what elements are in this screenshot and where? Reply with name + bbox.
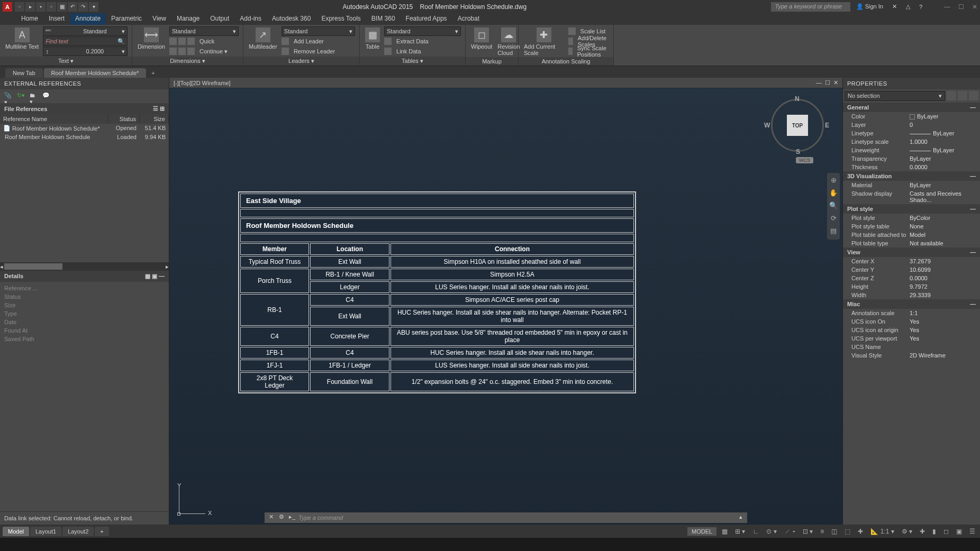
property-row[interactable]: Center Z0.0000 bbox=[843, 274, 980, 282]
canvas-close-icon[interactable]: ✕ bbox=[833, 79, 838, 86]
file-reference-row[interactable]: Roof Member Holdown ScheduleLoaded9.94 K… bbox=[0, 133, 169, 141]
property-row[interactable]: Width29.3339 bbox=[843, 291, 980, 299]
menu-add-ins[interactable]: Add-ins bbox=[234, 13, 267, 25]
refresh-icon[interactable]: ↻▾ bbox=[17, 92, 25, 100]
menu-parametric[interactable]: Parametric bbox=[106, 13, 147, 25]
osnap-icon[interactable]: ⊡ ▾ bbox=[801, 527, 815, 536]
attach-icon[interactable]: 📎▾ bbox=[4, 92, 13, 100]
property-row[interactable]: UCS icon OnYes bbox=[843, 317, 980, 326]
search-input[interactable]: Type a keyword or phrase bbox=[771, 2, 850, 12]
fullnav-icon[interactable]: ⊕ bbox=[829, 176, 838, 186]
menu-express-tools[interactable]: Express Tools bbox=[316, 13, 366, 25]
property-row[interactable]: Thickness0.0000 bbox=[843, 163, 980, 171]
menu-annotate[interactable]: Annotate bbox=[70, 13, 106, 25]
quick-select-icon[interactable] bbox=[969, 91, 978, 100]
showmotion-icon[interactable]: ▤ bbox=[829, 227, 838, 236]
dim-style-dropdown[interactable]: Standard▾ bbox=[169, 26, 239, 36]
viewcube-south[interactable]: S bbox=[796, 148, 800, 155]
prop-section-header[interactable]: General— bbox=[843, 103, 980, 112]
link-data-button[interactable]: Link Data bbox=[384, 47, 461, 56]
property-row[interactable]: ColorByLayer bbox=[843, 112, 980, 121]
menu-insert[interactable]: Insert bbox=[43, 13, 70, 25]
menu-bim-360[interactable]: BIM 360 bbox=[366, 13, 401, 25]
multileader-button[interactable]: ↗ Multileader bbox=[248, 26, 278, 51]
layout-tab-model[interactable]: Model bbox=[3, 527, 29, 536]
text-height-dropdown[interactable]: ↕ 0.2000▾ bbox=[43, 47, 128, 56]
property-row[interactable]: Plot styleByColor bbox=[843, 214, 980, 222]
property-row[interactable]: UCS icon at originYes bbox=[843, 326, 980, 334]
property-row[interactable]: Shadow displayCasts and Receives Shado..… bbox=[843, 189, 980, 204]
info-icon[interactable]: 💬 bbox=[42, 92, 51, 100]
viewcube-face[interactable]: TOP bbox=[787, 115, 808, 136]
prop-section-header[interactable]: Plot style— bbox=[843, 204, 980, 214]
property-row[interactable]: MaterialByLayer bbox=[843, 181, 980, 189]
prop-section-header[interactable]: Misc— bbox=[843, 299, 980, 309]
property-row[interactable]: Center Y10.6099 bbox=[843, 265, 980, 274]
property-row[interactable]: TransparencyByLayer bbox=[843, 154, 980, 163]
horizontal-scrollbar[interactable]: ◂▸ bbox=[0, 262, 169, 271]
grid-icon[interactable]: ▦ bbox=[720, 527, 730, 536]
details-toggle-icons[interactable]: ▦ ▣ — bbox=[145, 273, 165, 280]
qat-new-icon[interactable]: ▫ bbox=[15, 2, 24, 12]
app-logo[interactable]: A bbox=[3, 2, 12, 12]
panel-label[interactable]: Tables ▾ bbox=[360, 57, 465, 66]
menu-manage[interactable]: Manage bbox=[171, 13, 205, 25]
qat-print-icon[interactable]: ▦ bbox=[57, 2, 67, 12]
minimize-button[interactable]: — bbox=[944, 3, 950, 11]
tab-add-button[interactable]: + bbox=[147, 68, 159, 78]
customize-icon[interactable]: ☰ bbox=[967, 527, 977, 536]
panel-label[interactable]: Leaders ▾ bbox=[243, 57, 359, 66]
layout-tab-layout2[interactable]: Layout2 bbox=[62, 527, 94, 536]
exchange-icon[interactable]: ✕ bbox=[889, 2, 900, 11]
cmd-close-icon[interactable]: ✕ bbox=[267, 513, 275, 522]
path-icon[interactable]: 🖿▾ bbox=[30, 92, 38, 100]
canvas-maximize-icon[interactable]: ☐ bbox=[825, 79, 830, 86]
prop-section-header[interactable]: 3D Visualization— bbox=[843, 171, 980, 181]
transparency-icon[interactable]: ◫ bbox=[829, 527, 839, 536]
help-icon[interactable]: ? bbox=[916, 3, 925, 11]
drawing-canvas[interactable]: TOP N S E W WCS ⊕ ✋ 🔍 ⟳ ▤ East Side Vill… bbox=[169, 88, 842, 525]
tab-current[interactable]: Roof Member Holdown Schedule* bbox=[44, 68, 147, 78]
property-row[interactable]: Plot style tableNone bbox=[843, 222, 980, 231]
col-header-name[interactable]: Reference Name bbox=[0, 114, 108, 124]
menu-featured-apps[interactable]: Featured Apps bbox=[401, 13, 452, 25]
layout-tab-layout1[interactable]: Layout1 bbox=[30, 527, 61, 536]
close-button[interactable]: ✕ bbox=[972, 3, 977, 11]
revision-cloud-button[interactable]: ☁ Revision Cloud bbox=[496, 26, 521, 57]
qat-redo-icon[interactable]: ↷ bbox=[78, 2, 88, 12]
dimension-button[interactable]: ⟷ Dimension bbox=[137, 26, 166, 51]
property-row[interactable]: Height9.7972 bbox=[843, 282, 980, 291]
dim-continue-button[interactable]: Continue ▾ bbox=[169, 47, 239, 56]
polar-icon[interactable]: ⊙ ▾ bbox=[764, 527, 778, 536]
table-button[interactable]: ▦ Table bbox=[364, 26, 381, 51]
wipeout-button[interactable]: ◻ Wipeout bbox=[470, 26, 493, 51]
snap-icon[interactable]: ⊞ ▾ bbox=[733, 527, 747, 536]
layout-tab-add[interactable]: + bbox=[95, 527, 108, 536]
command-line[interactable]: ✕ ⚙ ▸_ Type a command ▴ bbox=[265, 512, 747, 523]
col-header-size[interactable]: Size bbox=[140, 114, 169, 124]
viewcube[interactable]: TOP N S E W bbox=[768, 96, 827, 154]
col-header-status[interactable]: Status bbox=[108, 114, 140, 124]
property-row[interactable]: Plot table typeNot available bbox=[843, 239, 980, 247]
remove-leader-button[interactable]: Remove Leader bbox=[282, 47, 355, 56]
qat-dropdown-icon[interactable]: ▾ bbox=[89, 2, 98, 12]
zoom-icon[interactable]: 🔍 bbox=[829, 201, 838, 211]
qat-save-icon[interactable]: ▪ bbox=[36, 2, 46, 12]
viewcube-west[interactable]: W bbox=[764, 122, 770, 129]
model-space-badge[interactable]: MODEL bbox=[687, 527, 716, 536]
menu-view[interactable]: View bbox=[147, 13, 171, 25]
property-row[interactable]: UCS per viewportYes bbox=[843, 334, 980, 343]
panel-label[interactable]: Dimensions ▾ bbox=[132, 57, 243, 66]
lineweight-icon[interactable]: ≡ bbox=[818, 527, 826, 536]
command-input[interactable]: Type a command bbox=[298, 515, 734, 521]
property-row[interactable]: UCS Name bbox=[843, 343, 980, 351]
schedule-table[interactable]: East Side VillageRoof Member Holdown Sch… bbox=[238, 191, 636, 393]
property-row[interactable]: LinetypeByLayer bbox=[843, 129, 980, 137]
qat-open-icon[interactable]: ▸ bbox=[25, 2, 35, 12]
find-icon[interactable]: 🔍 bbox=[117, 38, 125, 45]
hardware-accel-icon[interactable]: ▮ bbox=[930, 527, 938, 536]
viewcube-north[interactable]: N bbox=[795, 95, 800, 103]
wcs-badge[interactable]: WCS bbox=[796, 157, 813, 163]
isodraft-icon[interactable]: ⟋ ▾ bbox=[782, 527, 797, 536]
find-text-input[interactable]: Find text🔍 bbox=[43, 36, 128, 46]
